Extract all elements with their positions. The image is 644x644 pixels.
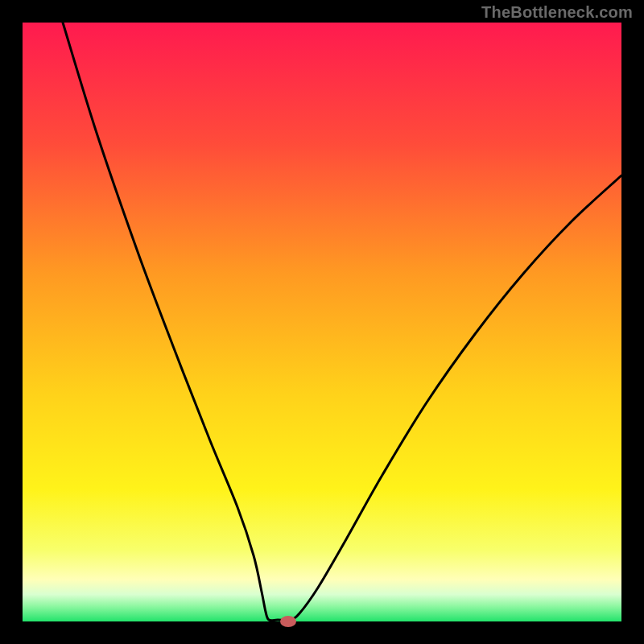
plot-background [23, 23, 621, 621]
chart-frame: TheBottleneck.com [0, 0, 644, 644]
optimal-point-marker [280, 616, 296, 627]
bottleneck-chart [0, 0, 644, 644]
